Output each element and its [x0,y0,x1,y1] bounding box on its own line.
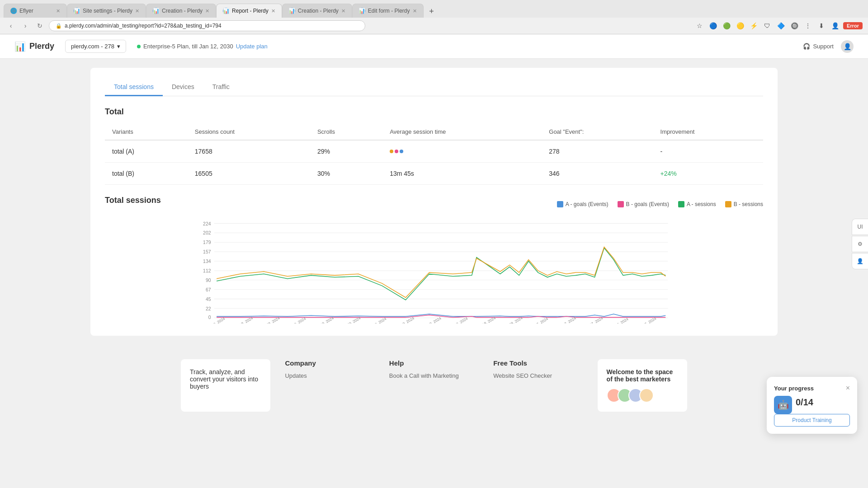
cell-avg-time-a [382,140,542,163]
dot-pink [395,150,398,153]
tab-creation-2-close[interactable]: ✕ [341,8,345,14]
progress-widget-top: 🤖 0/14 [774,396,850,414]
back-button[interactable]: ‹ [5,20,16,31]
tab-site-settings-label: Site settings - Plerdy [83,8,132,14]
tab-creation-1-icon: 📊 [153,8,159,14]
cell-scrolls-a: 29% [310,140,382,163]
legend-a-goals-label: A - goals (Events) [566,201,609,207]
site-selector[interactable]: plerdy.com - 278 ▾ [65,40,126,53]
tab-total-sessions[interactable]: Total sessions [105,79,163,96]
legend-b-goals-label: B - goals (Events) [626,201,669,207]
support-button[interactable]: 🎧 Support [803,43,834,50]
svg-text:179: 179 [203,240,211,245]
progress-widget: Your progress × 🤖 0/14 Product Training [767,377,857,434]
cell-sessions-b: 16505 [188,163,310,185]
tab-site-settings-close[interactable]: ✕ [135,8,139,14]
chrome-ext-3[interactable]: ⚡ [748,20,759,31]
svg-text:Mar 29, 2024: Mar 29, 2024 [340,316,362,324]
sidebar-user-button[interactable]: 👤 [852,253,868,269]
cell-variant-a: total (A) [105,140,188,163]
cell-improvement-b: +24% [653,163,763,185]
footer-help: Help Book a Call with Marketing [389,359,479,412]
sidebar-settings-button[interactable]: ⚙ [852,236,868,252]
tab-creation-1[interactable]: 📊 Creation - Plerdy ✕ [146,4,216,18]
legend-b-goals-check[interactable] [618,201,624,207]
footer-cta-text: Track, analyze, and convert your visitor… [190,368,258,390]
user-profile-icon[interactable]: 👤 [830,20,840,31]
toolbar-icons: ☆ 🔵 🟢 🟡 ⚡ 🛡 🔷 🔘 ⋮ ⬇ 👤 Error [694,20,863,31]
tab-edit-form[interactable]: 📊 Edit form - Plerdy ✕ [352,4,424,18]
svg-text:Jun 27, 2024: Jun 27, 2024 [582,316,604,324]
download-icon[interactable]: ⬇ [816,20,827,31]
legend-a-sessions-label: A - sessions [687,201,716,207]
legend-a-sessions-check[interactable] [678,201,684,207]
tab-edit-form-label: Edit form - Plerdy [368,8,410,14]
chart-legend: A - goals (Events) B - goals (Events) A … [557,201,763,207]
tab-traffic[interactable]: Traffic [203,79,239,96]
legend-b-sessions-check[interactable] [725,201,731,207]
tab-creation-1-close[interactable]: ✕ [205,8,209,14]
footer-item-updates[interactable]: Updates [285,372,374,379]
chrome-ext-2[interactable]: 🟡 [735,20,745,31]
footer-community-title: Welcome to the space of the best markete… [607,368,678,383]
tab-site-settings-icon: 📊 [74,8,80,14]
product-training-button[interactable]: Product Training [774,414,850,427]
col-variants: Variants [105,124,188,140]
tab-creation-2[interactable]: 📊 Creation - Plerdy ✕ [282,4,352,18]
total-section-title: Total [105,107,763,117]
tab-edit-form-close[interactable]: ✕ [413,8,417,14]
col-improvement: Improvement [653,124,763,140]
bookmark-icon[interactable]: ☆ [694,20,705,31]
svg-text:157: 157 [203,249,211,254]
tab-devices[interactable]: Devices [163,79,203,96]
svg-text:90: 90 [206,278,211,283]
tabs-bar: 🌐 Eflyer ✕ 📊 Site settings - Plerdy ✕ 📊 … [0,4,868,18]
address-input[interactable]: 🔒 a.plerdy.com/admin/ab_testing/report?i… [49,20,365,31]
legend-a-goals-check[interactable] [557,201,563,207]
tab-report-icon: 📊 [223,8,229,14]
forward-button[interactable]: › [20,20,31,31]
legend-b-sessions-label: B - sessions [734,201,763,207]
chrome-ext-5[interactable]: 🔷 [775,20,786,31]
tab-edit-form-icon: 📊 [359,8,365,14]
plan-status-dot [137,45,141,48]
tab-eflyer-close[interactable]: ✕ [56,8,60,14]
user-avatar[interactable]: 👤 [841,40,854,53]
progress-widget-close[interactable]: × [846,384,850,392]
browser-chrome: 🌐 Eflyer ✕ 📊 Site settings - Plerdy ✕ 📊 … [0,0,868,34]
new-tab-button[interactable]: + [425,5,438,18]
refresh-button[interactable]: ↻ [34,20,45,31]
chart-title: Total sessions [105,196,161,205]
tab-report-close[interactable]: ✕ [271,8,275,14]
address-text: a.plerdy.com/admin/ab_testing/report?id=… [65,23,359,29]
footer-company-title: Company [285,359,374,367]
svg-text:202: 202 [203,230,211,235]
chart-header: Total sessions A - goals (Events) B - go… [105,196,763,212]
chrome-ext-6[interactable]: 🔘 [789,20,800,31]
tab-report[interactable]: 📊 Report - Plerdy ✕ [216,4,282,18]
dot-blue [400,150,403,153]
plerdy-ext-icon[interactable]: 🔵 [708,20,718,31]
error-badge[interactable]: Error [843,22,863,29]
chrome-ext-1[interactable]: 🟢 [721,20,732,31]
line-chart: 224 202 179 157 134 112 90 67 45 22 0 [105,220,763,324]
footer-item-book-call[interactable]: Book a Call with Marketing [389,372,479,379]
col-scrolls: Scrolls [310,124,382,140]
chevron-down-icon: ▾ [117,43,120,50]
plan-text: Enterprise-5 Plan, till Jan 12, 2030 [143,43,233,50]
avatar-4 [639,388,654,403]
svg-text:22: 22 [206,306,211,311]
update-plan-link[interactable]: Update plan [236,43,268,50]
footer-item-seo-checker[interactable]: Website SEO Checker [493,372,583,379]
legend-b-goals: B - goals (Events) [618,201,669,207]
lock-icon: 🔒 [56,23,62,29]
sidebar-ui-button[interactable]: UI [852,219,868,235]
tab-creation-2-icon: 📊 [289,8,295,14]
address-bar: ‹ › ↻ 🔒 a.plerdy.com/admin/ab_testing/re… [0,18,868,34]
tab-site-settings[interactable]: 📊 Site settings - Plerdy ✕ [67,4,146,18]
chrome-settings[interactable]: ⋮ [802,20,813,31]
col-avg-time: Average session time [382,124,542,140]
chrome-ext-4[interactable]: 🛡 [762,20,773,31]
tab-eflyer[interactable]: 🌐 Eflyer ✕ [4,4,67,18]
right-sidebar: UI ⚙ 👤 [852,219,868,269]
